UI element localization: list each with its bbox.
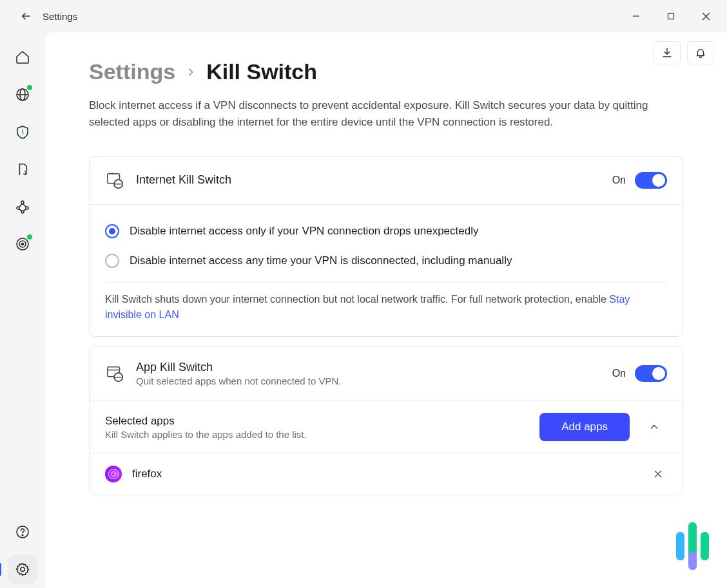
app-name: firefox bbox=[132, 468, 639, 480]
svg-point-14 bbox=[22, 243, 24, 245]
minimize-icon bbox=[632, 12, 640, 20]
svg-point-16 bbox=[22, 535, 23, 536]
collapse-apps-button[interactable] bbox=[641, 414, 667, 440]
svg-point-8 bbox=[21, 201, 24, 204]
app-kill-switch-card: App Kill Switch Quit selected apps when … bbox=[89, 346, 683, 495]
add-apps-button[interactable]: Add apps bbox=[539, 413, 630, 441]
maximize-icon bbox=[667, 12, 675, 20]
status-dot-icon bbox=[26, 233, 34, 241]
sidebar-item-mesh[interactable] bbox=[8, 192, 37, 222]
sidebar-item-protection[interactable] bbox=[8, 117, 37, 147]
sidebar-item-settings[interactable] bbox=[8, 555, 37, 584]
internet-kill-switch-state: On bbox=[612, 175, 626, 186]
page: Settings Kill Switch Block internet acce… bbox=[45, 32, 727, 588]
status-dot-icon bbox=[26, 84, 34, 91]
assistant-icon bbox=[676, 522, 709, 570]
window-title: Settings bbox=[43, 11, 77, 22]
remove-app-button[interactable] bbox=[649, 465, 667, 483]
sidebar-item-home[interactable] bbox=[8, 43, 37, 72]
assistant-button[interactable] bbox=[676, 522, 709, 570]
download-icon bbox=[661, 47, 673, 59]
svg-point-10 bbox=[26, 207, 28, 209]
close-icon bbox=[702, 12, 710, 21]
svg-point-17 bbox=[21, 567, 24, 571]
firefox-icon bbox=[105, 466, 122, 482]
kill-switch-note-text: Kill Switch shuts down your internet con… bbox=[105, 294, 609, 305]
mesh-icon bbox=[15, 199, 30, 214]
download-button[interactable] bbox=[654, 41, 681, 64]
internet-kill-switch-title: Internet Kill Switch bbox=[136, 173, 601, 187]
app-kill-switch-title: App Kill Switch bbox=[136, 361, 601, 374]
arrow-left-icon bbox=[20, 10, 32, 22]
selected-apps-title: Selected apps bbox=[105, 415, 528, 428]
window-maximize[interactable] bbox=[654, 3, 688, 29]
close-icon bbox=[654, 470, 662, 478]
selected-apps-header: Selected apps Kill Switch applies to the… bbox=[90, 401, 683, 453]
active-indicator bbox=[0, 563, 1, 576]
svg-point-11 bbox=[21, 211, 24, 213]
kill-switch-mode-label-1: Disable internet access only if your VPN… bbox=[130, 225, 478, 238]
internet-kill-switch-toggle[interactable] bbox=[635, 172, 667, 189]
app-row: firefox bbox=[90, 453, 683, 495]
sidebar-item-help[interactable] bbox=[8, 517, 37, 547]
back-button[interactable] bbox=[13, 10, 39, 22]
app-kill-switch-subtitle: Quit selected apps when not connected to… bbox=[136, 375, 601, 386]
app-kill-switch-icon bbox=[105, 364, 124, 383]
svg-rect-2 bbox=[668, 14, 674, 19]
gear-icon bbox=[15, 562, 30, 577]
kill-switch-note: Kill Switch shuts down your internet con… bbox=[105, 292, 667, 324]
divider bbox=[105, 282, 667, 283]
app-kill-switch-toggle[interactable] bbox=[635, 365, 667, 382]
chevron-up-icon bbox=[649, 422, 659, 432]
window-close[interactable] bbox=[688, 3, 723, 29]
notifications-button[interactable] bbox=[687, 41, 714, 64]
svg-point-9 bbox=[17, 207, 19, 209]
sidebar-item-file-share[interactable] bbox=[8, 155, 37, 184]
internet-kill-switch-card: Internet Kill Switch On Disable internet… bbox=[89, 156, 683, 337]
kill-switch-mode-label-2: Disable internet access any time your VP… bbox=[130, 254, 512, 267]
breadcrumb: Settings Kill Switch bbox=[89, 59, 683, 84]
file-share-icon bbox=[15, 162, 30, 177]
bell-icon bbox=[695, 47, 706, 59]
shield-icon bbox=[15, 124, 30, 140]
help-icon bbox=[15, 524, 30, 540]
selected-apps-subtitle: Kill Switch applies to the apps added to… bbox=[105, 429, 528, 440]
kill-switch-icon bbox=[105, 171, 124, 190]
app-kill-switch-state: On bbox=[612, 368, 626, 379]
sidebar-item-target[interactable] bbox=[8, 229, 37, 259]
radio-icon bbox=[105, 224, 119, 238]
kill-switch-mode-option-2[interactable]: Disable internet access any time your VP… bbox=[105, 246, 667, 276]
home-icon bbox=[15, 50, 30, 65]
kill-switch-mode-option-1[interactable]: Disable internet access only if your VPN… bbox=[105, 216, 667, 246]
window-minimize[interactable] bbox=[619, 3, 654, 29]
title-bar: Settings bbox=[0, 0, 727, 32]
sidebar-item-vpn-globe[interactable] bbox=[8, 80, 37, 109]
chevron-right-icon bbox=[186, 65, 196, 79]
sidebar bbox=[0, 32, 45, 588]
page-description: Block internet access if a VPN disconnec… bbox=[89, 97, 669, 131]
radio-icon bbox=[105, 254, 119, 268]
page-title: Kill Switch bbox=[206, 59, 317, 84]
breadcrumb-parent[interactable]: Settings bbox=[89, 59, 175, 84]
